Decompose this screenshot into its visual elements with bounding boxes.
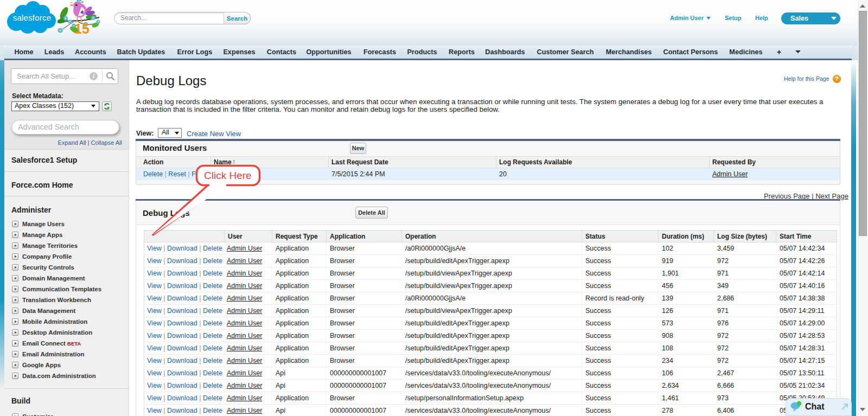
svg-text:salesforce: salesforce: [13, 13, 51, 22]
svg-text:15: 15: [74, 21, 90, 36]
